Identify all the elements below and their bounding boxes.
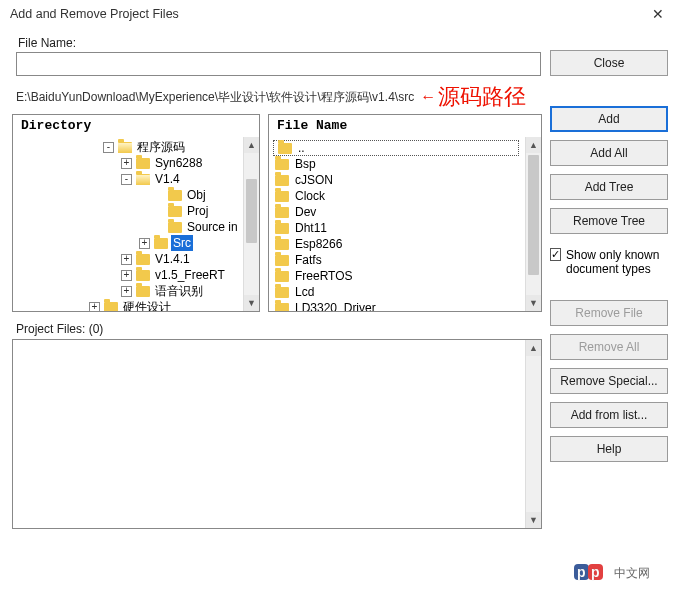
folder-icon <box>168 190 182 201</box>
file-scrollbar[interactable]: ▲ ▼ <box>525 137 541 311</box>
tree-node-label: 语音识别 <box>153 283 205 299</box>
folder-icon <box>136 270 150 281</box>
file-list-item[interactable]: Lcd <box>273 284 521 300</box>
folder-icon <box>275 287 289 298</box>
watermark-logo-icon: pp <box>574 564 610 582</box>
tree-node-label: Obj <box>185 187 208 203</box>
folder-icon <box>275 159 289 170</box>
file-list-item-label: Lcd <box>295 285 314 299</box>
tree-node[interactable]: Obj <box>13 187 243 203</box>
collapse-icon[interactable]: - <box>103 142 114 153</box>
file-list-item-label: LD3320_Driver <box>295 301 376 311</box>
file-list-item-label: Fatfs <box>295 253 322 267</box>
tree-node[interactable]: +语音识别 <box>13 283 243 299</box>
scroll-up-icon[interactable]: ▲ <box>244 137 259 153</box>
tree-node[interactable]: +Syn6288 <box>13 155 243 171</box>
current-path-text: E:\BaiduYunDownload\MyExperience\毕业设计\软件… <box>16 89 414 106</box>
file-list-item[interactable]: Clock <box>273 188 521 204</box>
file-name-panel: File Name ..BspcJSONClockDevDht11Esp8266… <box>268 114 542 312</box>
tree-node[interactable]: +v1.5_FreeRT <box>13 267 243 283</box>
add-button[interactable]: Add <box>550 106 668 132</box>
remove-file-button[interactable]: Remove File <box>550 300 668 326</box>
remove-special-button[interactable]: Remove Special... <box>550 368 668 394</box>
collapse-icon[interactable]: - <box>121 174 132 185</box>
file-list-item[interactable]: .. <box>273 140 519 156</box>
tree-node[interactable]: +硬件设计 <box>13 299 243 311</box>
folder-icon <box>275 255 289 266</box>
file-list-item[interactable]: Dht11 <box>273 220 521 236</box>
file-list-item[interactable]: LD3320_Driver <box>273 300 521 311</box>
scroll-up-icon[interactable]: ▲ <box>526 340 541 356</box>
expand-icon[interactable]: + <box>121 286 132 297</box>
file-list-item[interactable]: Esp8266 <box>273 236 521 252</box>
window-close-button[interactable]: ✕ <box>646 6 670 22</box>
tree-node-label: Proj <box>185 203 210 219</box>
expand-icon[interactable]: + <box>121 254 132 265</box>
directory-tree[interactable]: -程序源码+Syn6288-V1.4ObjProjSource in+Src+V… <box>13 137 243 311</box>
folder-icon <box>168 206 182 217</box>
tree-node[interactable]: Source in <box>13 219 243 235</box>
scroll-down-icon[interactable]: ▼ <box>526 295 541 311</box>
project-files-listbox[interactable]: ▲ ▼ <box>12 339 542 529</box>
remove-tree-button[interactable]: Remove Tree <box>550 208 668 234</box>
directory-scrollbar[interactable]: ▲ ▼ <box>243 137 259 311</box>
project-files-label: Project Files: (0) <box>16 322 542 336</box>
folder-icon <box>104 302 118 312</box>
file-list-item[interactable]: Dev <box>273 204 521 220</box>
expand-icon[interactable]: + <box>89 302 100 312</box>
scroll-down-icon[interactable]: ▼ <box>526 512 541 528</box>
scrollbar-thumb[interactable] <box>528 155 539 275</box>
watermark: pp 中文网 <box>574 564 650 582</box>
file-list-item-label: Esp8266 <box>295 237 342 251</box>
folder-icon <box>278 143 292 154</box>
file-name-input[interactable] <box>16 52 541 76</box>
scrollbar-thumb[interactable] <box>246 179 257 243</box>
folder-icon <box>275 175 289 186</box>
expand-icon[interactable]: + <box>139 238 150 249</box>
help-button[interactable]: Help <box>550 436 668 462</box>
file-list-item-label: Dht11 <box>295 221 327 235</box>
close-button[interactable]: Close <box>550 50 668 76</box>
scroll-up-icon[interactable]: ▲ <box>526 137 541 153</box>
file-list-item-label: cJSON <box>295 173 333 187</box>
remove-all-button[interactable]: Remove All <box>550 334 668 360</box>
folder-icon <box>275 223 289 234</box>
tree-node-label: 硬件设计 <box>121 299 173 311</box>
folder-icon <box>168 222 182 233</box>
folder-icon <box>118 142 132 153</box>
tree-node[interactable]: +Src <box>13 235 243 251</box>
tree-node[interactable]: Proj <box>13 203 243 219</box>
directory-panel-header: Directory <box>13 115 259 137</box>
expand-icon[interactable]: + <box>121 270 132 281</box>
file-list[interactable]: ..BspcJSONClockDevDht11Esp8266FatfsFreeR… <box>269 137 525 311</box>
annotation-arrow-icon: ← <box>420 88 436 106</box>
file-list-item[interactable]: Fatfs <box>273 252 521 268</box>
tree-node[interactable]: -程序源码 <box>13 139 243 155</box>
folder-icon <box>136 174 150 185</box>
folder-icon <box>275 303 289 312</box>
file-list-item-label: FreeRTOS <box>295 269 353 283</box>
tree-node[interactable]: -V1.4 <box>13 171 243 187</box>
folder-icon <box>136 286 150 297</box>
tree-node-label: Source in <box>185 219 240 235</box>
add-all-button[interactable]: Add All <box>550 140 668 166</box>
tree-node[interactable]: +V1.4.1 <box>13 251 243 267</box>
add-tree-button[interactable]: Add Tree <box>550 174 668 200</box>
file-list-item[interactable]: Bsp <box>273 156 521 172</box>
folder-icon <box>136 158 150 169</box>
tree-node-label: v1.5_FreeRT <box>153 267 227 283</box>
tree-node-label: 程序源码 <box>135 139 187 155</box>
expand-icon[interactable]: + <box>121 158 132 169</box>
add-from-list-button[interactable]: Add from list... <box>550 402 668 428</box>
file-list-item-label: Clock <box>295 189 325 203</box>
file-name-label: File Name: <box>18 36 542 50</box>
tree-node-label: Syn6288 <box>153 155 204 171</box>
file-list-item-label: Bsp <box>295 157 316 171</box>
show-only-known-checkbox[interactable]: ✓ Show only known document types <box>550 248 668 276</box>
file-list-item[interactable]: cJSON <box>273 172 521 188</box>
file-list-item[interactable]: FreeRTOS <box>273 268 521 284</box>
project-files-scrollbar[interactable]: ▲ ▼ <box>525 340 541 528</box>
folder-icon <box>275 207 289 218</box>
folder-icon <box>136 254 150 265</box>
scroll-down-icon[interactable]: ▼ <box>244 295 259 311</box>
